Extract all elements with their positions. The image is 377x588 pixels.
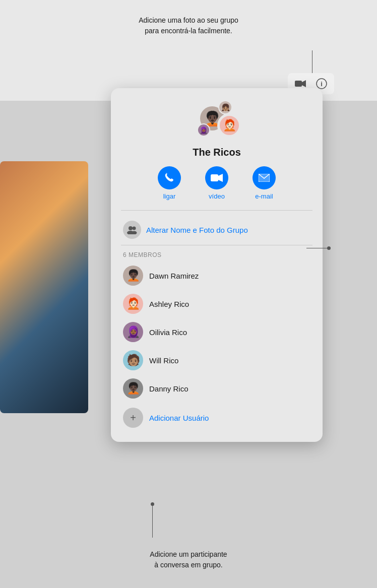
add-user-row[interactable]: + Adicionar Usuário <box>121 404 312 432</box>
video-icon-circle <box>205 166 228 189</box>
member-name-will: Will Rico <box>149 356 178 365</box>
member-row[interactable]: 🧑🏿‍🦱 Danny Rico <box>121 374 312 403</box>
action-buttons: ligar vídeo e-mail <box>121 166 312 200</box>
member-row[interactable]: 🧑🏿‍🦱 Dawn Ramirez <box>121 262 312 290</box>
group-icon <box>123 221 141 239</box>
group-name: The Ricos <box>121 147 312 158</box>
tooltip-top: Adicione uma foto ao seu grupo para enco… <box>139 15 238 36</box>
svg-point-9 <box>133 227 136 230</box>
tooltip-bottom: Adicione um participante à conversa em g… <box>150 549 227 570</box>
background-photo <box>0 161 88 413</box>
svg-point-8 <box>129 226 133 230</box>
avatar-top-right: 👧🏽 <box>218 100 232 114</box>
call-label: ligar <box>163 192 176 200</box>
member-name-oilivia: Oilivia Rico <box>149 328 187 337</box>
call-icon-circle <box>158 166 181 189</box>
member-avatar-will: 🧑🏽 <box>123 350 143 370</box>
member-avatar-ashley: 🧑🏻‍🦰 <box>123 294 143 314</box>
svg-marker-5 <box>218 174 223 182</box>
member-name-dawn: Dawn Ramirez <box>149 272 199 280</box>
svg-marker-1 <box>302 80 306 87</box>
divider-members <box>121 245 312 245</box>
member-avatar-dawn: 🧑🏿‍🦱 <box>123 266 143 286</box>
call-button[interactable]: ligar <box>158 166 181 200</box>
member-row[interactable]: 🧑🏽 Will Rico <box>121 346 312 374</box>
add-user-label: Adicionar Usuário <box>149 414 209 422</box>
avatar-cluster-inner: 🧑🏿‍🦱 👧🏽 🧕🏾 🧑🏻‍🦰 <box>194 100 239 141</box>
change-name-label: Alterar Nome e Foto do Grupo <box>146 226 248 234</box>
member-row[interactable]: 🧕🏾 Oilivia Rico <box>121 318 312 346</box>
email-button[interactable]: e-mail <box>253 166 276 200</box>
avatar-highlighted: 🧑🏻‍🦰 <box>218 114 240 137</box>
member-row[interactable]: 🧑🏻‍🦰 Ashley Rico <box>121 290 312 318</box>
member-name-danny: Danny Rico <box>149 384 188 393</box>
members-count-label: 6 MEMBROS <box>121 251 312 258</box>
member-avatar-oilivia: 🧕🏾 <box>123 322 143 342</box>
group-info-panel: 🧑🏿‍🦱 👧🏽 🧕🏾 🧑🏻‍🦰 The Ricos ligar <box>111 88 323 442</box>
divider-top <box>121 210 312 211</box>
svg-rect-4 <box>211 174 218 181</box>
annotation-line-bottom <box>152 502 153 538</box>
avatar-bottom-left: 🧕🏾 <box>197 123 210 137</box>
annotation-line-change-name <box>306 248 331 248</box>
video-button[interactable]: vídeo <box>205 166 228 200</box>
change-name-row[interactable]: Alterar Nome e Foto do Grupo <box>121 217 312 243</box>
add-user-icon: + <box>123 408 143 428</box>
plus-sign: + <box>130 412 136 424</box>
group-avatar-cluster: 🧑🏿‍🦱 👧🏽 🧕🏾 🧑🏻‍🦰 <box>121 100 312 141</box>
member-avatar-danny: 🧑🏿‍🦱 <box>123 378 143 399</box>
member-name-ashley: Ashley Rico <box>149 300 189 308</box>
email-icon-circle <box>253 166 276 189</box>
email-label: e-mail <box>255 192 273 200</box>
svg-rect-0 <box>295 81 302 87</box>
svg-text:i: i <box>321 80 323 88</box>
video-label: vídeo <box>209 192 225 200</box>
